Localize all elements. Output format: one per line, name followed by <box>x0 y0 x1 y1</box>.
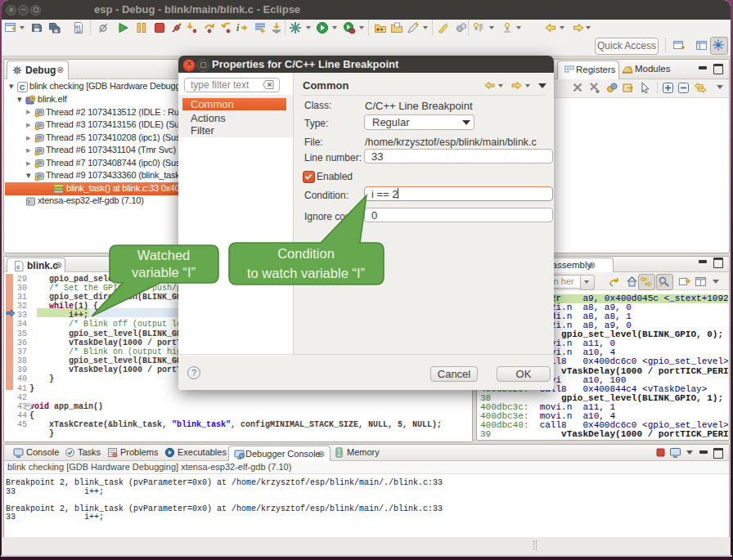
svg-text:i: i <box>236 22 240 34</box>
svg-text:10: 10 <box>76 29 82 34</box>
svg-text:c: c <box>16 263 20 271</box>
svg-text:C: C <box>20 83 25 92</box>
